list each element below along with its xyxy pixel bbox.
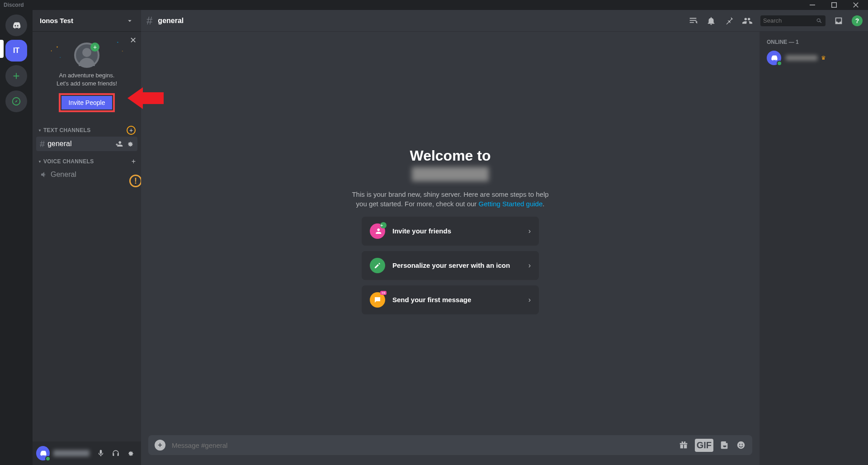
svg-rect-1 bbox=[832, 3, 837, 8]
gif-button[interactable]: GIF bbox=[695, 439, 713, 452]
emoji-button[interactable] bbox=[736, 440, 746, 450]
member-name-redacted bbox=[786, 55, 817, 61]
members-icon bbox=[742, 16, 752, 26]
chat-icon: Hi bbox=[370, 292, 385, 308]
channel-list: ▼ TEXT CHANNELS + # general ▼ VOICE CHAN… bbox=[33, 119, 141, 441]
member-list-button[interactable] bbox=[742, 16, 752, 26]
home-button[interactable] bbox=[5, 14, 27, 36]
notice-badge-icon bbox=[129, 175, 141, 187]
server-active-pill bbox=[0, 40, 4, 58]
invite-text-2: Let's add some friends! bbox=[57, 80, 117, 87]
discord-logo-icon bbox=[11, 20, 21, 30]
search-input[interactable] bbox=[763, 17, 816, 24]
invite-text-1: An adventure begins. bbox=[59, 72, 115, 79]
inbox-button[interactable] bbox=[834, 16, 844, 26]
threads-button[interactable] bbox=[688, 16, 698, 26]
attach-button[interactable]: + bbox=[155, 440, 165, 451]
chevron-down-icon: ▼ bbox=[38, 160, 42, 164]
microphone-icon bbox=[97, 449, 105, 457]
add-server-button[interactable] bbox=[5, 65, 27, 87]
server-header[interactable]: Ionos Test bbox=[33, 10, 141, 32]
category-text-channels[interactable]: ▼ TEXT CHANNELS + bbox=[36, 119, 137, 137]
pin-icon bbox=[724, 16, 734, 26]
hash-icon: # bbox=[40, 139, 45, 149]
message-composer[interactable]: + GIF bbox=[148, 435, 752, 455]
member-row[interactable]: ♛ bbox=[763, 49, 864, 67]
self-username bbox=[53, 450, 90, 456]
search-box[interactable] bbox=[760, 15, 826, 26]
chevron-right-icon: › bbox=[528, 227, 531, 235]
close-icon[interactable]: ✕ bbox=[130, 35, 137, 45]
invite-people-button[interactable]: Invite People bbox=[61, 96, 113, 109]
message-input[interactable] bbox=[172, 441, 672, 449]
channel-sidebar: Ionos Test ✕ ✦ ✦ ○ + ○ + An adventure be… bbox=[33, 10, 141, 465]
gift-icon bbox=[679, 440, 689, 450]
threads-icon bbox=[688, 16, 698, 26]
card-label: Personalize your server with an icon bbox=[392, 261, 510, 269]
welcome-panel: Welcome to This is your brand new, shiny… bbox=[141, 32, 760, 435]
welcome-title: Welcome to bbox=[410, 147, 491, 164]
svg-rect-0 bbox=[810, 5, 815, 5]
hash-icon: # bbox=[146, 14, 152, 27]
help-button[interactable]: ? bbox=[852, 15, 863, 26]
channel-general[interactable]: # general bbox=[36, 137, 137, 151]
chevron-right-icon: › bbox=[528, 296, 531, 304]
voice-channel-general[interactable]: General bbox=[36, 167, 137, 182]
welcome-card-send-message[interactable]: Hi Send your first message › bbox=[362, 285, 539, 314]
server-initials: IT bbox=[13, 47, 19, 55]
window-minimize-button[interactable] bbox=[808, 1, 821, 9]
pinned-messages-button[interactable] bbox=[724, 16, 734, 26]
messages-area: Welcome to This is your brand new, shiny… bbox=[141, 32, 760, 465]
create-text-channel-button[interactable]: + bbox=[127, 126, 136, 135]
welcome-card-personalize[interactable]: Personalize your server with an icon › bbox=[362, 251, 539, 280]
self-avatar[interactable] bbox=[36, 446, 50, 460]
window-close-button[interactable] bbox=[852, 1, 864, 9]
members-panel: ONLINE — 1 ♛ bbox=[760, 32, 868, 465]
welcome-card-invite[interactable]: + Invite your friends › bbox=[362, 217, 539, 246]
main-content: # general ? We bbox=[141, 10, 868, 465]
owner-crown-icon: ♛ bbox=[821, 55, 826, 61]
window-maximize-button[interactable] bbox=[830, 1, 843, 9]
welcome-server-name-redacted bbox=[412, 167, 489, 181]
svg-point-4 bbox=[739, 444, 740, 445]
server-name: Ionos Test bbox=[40, 17, 73, 24]
create-invite-icon[interactable] bbox=[115, 140, 123, 148]
search-icon bbox=[816, 17, 823, 25]
getting-started-link[interactable]: Getting Started guide bbox=[479, 200, 543, 208]
window-titlebar: Discord bbox=[0, 0, 868, 10]
gear-icon bbox=[126, 449, 134, 457]
headphones-icon bbox=[112, 449, 120, 457]
status-online-icon bbox=[777, 61, 782, 66]
server-button-current[interactable]: IT bbox=[5, 40, 27, 62]
card-label: Invite your friends bbox=[392, 227, 451, 235]
channel-topbar: # general ? bbox=[141, 10, 868, 32]
gift-button[interactable] bbox=[679, 440, 689, 450]
invite-friends-icon: + bbox=[370, 223, 385, 239]
chevron-right-icon: › bbox=[528, 261, 531, 270]
category-voice-channels[interactable]: ▼ VOICE CHANNELS + bbox=[36, 151, 137, 167]
plus-badge-icon: + bbox=[90, 43, 99, 52]
emoji-icon bbox=[736, 440, 746, 450]
personalize-icon bbox=[370, 258, 385, 273]
svg-point-3 bbox=[737, 441, 745, 449]
chevron-down-icon: ▼ bbox=[38, 128, 42, 133]
deafen-button[interactable] bbox=[112, 449, 123, 457]
inbox-icon bbox=[834, 16, 844, 26]
member-avatar bbox=[767, 51, 781, 65]
welcome-description: This is your brand new, shiny server. He… bbox=[351, 190, 550, 209]
explore-servers-button[interactable] bbox=[5, 90, 27, 112]
channel-settings-icon[interactable] bbox=[126, 140, 134, 148]
category-label: TEXT CHANNELS bbox=[43, 127, 91, 133]
create-voice-channel-button[interactable]: + bbox=[132, 157, 136, 166]
user-settings-button[interactable] bbox=[126, 449, 137, 457]
sticker-icon bbox=[720, 440, 730, 450]
chevron-down-icon bbox=[126, 17, 134, 25]
sticker-button[interactable] bbox=[720, 440, 730, 450]
svg-point-5 bbox=[742, 444, 743, 445]
channel-name: General bbox=[51, 171, 76, 179]
mute-button[interactable] bbox=[97, 449, 108, 457]
invite-illustration: + bbox=[74, 43, 99, 68]
discord-logo-icon bbox=[770, 54, 778, 62]
channel-name: general bbox=[47, 140, 71, 148]
notifications-button[interactable] bbox=[706, 16, 716, 26]
